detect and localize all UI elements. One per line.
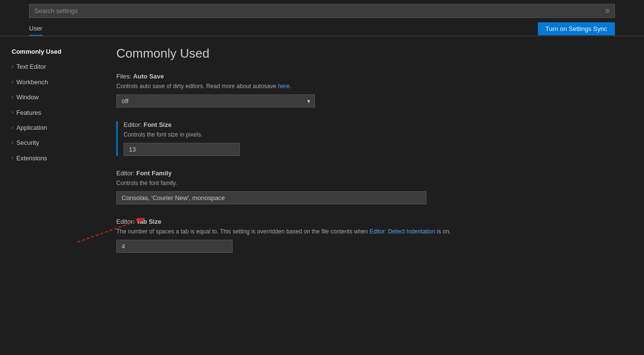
- setting-editor-font-size: Editor: Font Size Controls the font size…: [116, 121, 625, 156]
- setting-editor-font-family: Editor: Font Family Controls the font fa…: [116, 170, 625, 204]
- search-bar: ≡: [29, 4, 615, 18]
- chevron-icon: ›: [12, 138, 14, 148]
- sidebar-label: Features: [16, 107, 41, 118]
- chevron-icon: ›: [12, 77, 14, 87]
- chevron-icon: ›: [12, 93, 14, 102]
- page-title: Commonly Used: [116, 46, 625, 61]
- chevron-icon: ›: [12, 154, 14, 163]
- search-input[interactable]: [34, 7, 610, 15]
- sidebar-label: Text Editor: [16, 61, 46, 72]
- setting-description: The number of spaces a tab is equal to. …: [116, 227, 625, 236]
- chevron-icon: ›: [12, 62, 14, 72]
- sidebar-label: Window: [16, 92, 39, 103]
- sidebar-label: Commonly Used: [12, 46, 62, 57]
- setting-editor-tab-size: Editor: Tab Size The number of spaces a …: [116, 218, 625, 253]
- sync-button[interactable]: Turn on Settings Sync: [538, 22, 615, 35]
- autosave-link[interactable]: here: [278, 83, 290, 90]
- sidebar-item-extensions[interactable]: › Extensions: [0, 151, 107, 166]
- sidebar-item-security[interactable]: › Security: [0, 135, 107, 150]
- setting-description: Controls the font family.: [116, 179, 625, 187]
- sidebar-label: Extensions: [16, 153, 47, 164]
- sidebar-item-text-editor[interactable]: › Text Editor: [0, 59, 107, 74]
- sidebar-label: Workbench: [16, 77, 48, 88]
- auto-save-select[interactable]: off afterDelay onFocusChange onWindowCha…: [116, 94, 315, 108]
- sidebar-label: Security: [16, 137, 39, 148]
- setting-files-auto-save: Files: Auto Save Controls auto save of d…: [116, 73, 625, 108]
- tab-bar: User Turn on Settings Sync: [0, 22, 644, 36]
- content-area: Commonly Used Files: Auto Save Controls …: [107, 36, 644, 355]
- setting-label: Files: Auto Save: [116, 73, 625, 80]
- tab-size-input[interactable]: [116, 240, 233, 253]
- sidebar-item-workbench[interactable]: › Workbench: [0, 75, 107, 90]
- sidebar-item-commonly-used[interactable]: Commonly Used: [0, 44, 107, 59]
- font-size-input[interactable]: [124, 143, 240, 156]
- menu-icon[interactable]: ≡: [605, 7, 610, 15]
- setting-label: Editor: Tab Size: [116, 218, 625, 225]
- sidebar: Commonly Used › Text Editor › Workbench …: [0, 36, 107, 355]
- sidebar-item-application[interactable]: › Application: [0, 120, 107, 135]
- sidebar-item-features[interactable]: › Features: [0, 105, 107, 120]
- setting-description: Controls the font size in pixels.: [124, 130, 625, 139]
- font-family-input[interactable]: [116, 191, 426, 204]
- sidebar-label: Application: [16, 122, 47, 133]
- chevron-icon: ›: [12, 108, 14, 117]
- main-layout: Commonly Used › Text Editor › Workbench …: [0, 36, 644, 355]
- tab-user[interactable]: User: [29, 22, 42, 36]
- setting-label: Editor: Font Family: [116, 170, 625, 177]
- setting-description: Controls auto save of dirty editors. Rea…: [116, 82, 625, 91]
- auto-save-select-wrapper: off afterDelay onFocusChange onWindowCha…: [116, 94, 315, 108]
- chevron-icon: ›: [12, 123, 14, 133]
- settings-container: ≡ User Turn on Settings Sync Commonly Us…: [0, 0, 644, 355]
- detect-indentation-link[interactable]: Editor: Detect Indentation: [370, 228, 435, 235]
- setting-label: Editor: Font Size: [124, 121, 625, 128]
- sidebar-item-window[interactable]: › Window: [0, 90, 107, 105]
